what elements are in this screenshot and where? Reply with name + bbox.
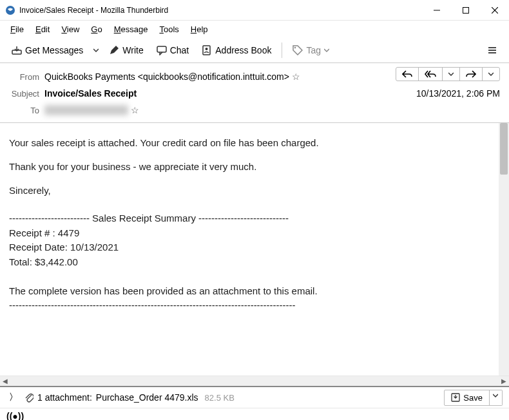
menu-go[interactable]: Go [86, 23, 107, 35]
save-icon [451, 393, 460, 402]
menu-edit[interactable]: Edit [30, 23, 55, 35]
scroll-thumb[interactable] [500, 123, 508, 175]
window-title: Invoice/Sales Receipt - Mozilla Thunderb… [19, 6, 422, 15]
to-value-redacted [44, 105, 128, 115]
paperclip-icon [24, 392, 34, 403]
menu-tools[interactable]: Tools [154, 23, 184, 35]
save-label: Save [463, 393, 483, 403]
message-date: 10/13/2021, 2:06 PM [416, 88, 500, 99]
message-body[interactable]: Your sales receipt is attached. Your cre… [0, 123, 499, 376]
forward-button[interactable] [459, 67, 483, 81]
chat-button[interactable]: Chat [151, 42, 195, 59]
tag-button[interactable]: Tag [287, 42, 334, 59]
to-label: To [9, 106, 44, 115]
svg-rect-6 [157, 46, 166, 52]
body-line-1: Your sales receipt is attached. Your cre… [9, 136, 490, 149]
receipt-number: Receipt # : 4479 [9, 226, 490, 241]
get-messages-dropdown[interactable] [91, 44, 101, 56]
title-bar: Invoice/Sales Receipt - Mozilla Thunderb… [0, 0, 509, 21]
message-header: From QuickBooks Payments <quickbooks@not… [0, 63, 509, 123]
app-menu-button[interactable] [482, 42, 503, 59]
tag-icon [293, 45, 303, 55]
summary-title: ------------------------- Sales Receipt … [9, 211, 490, 226]
message-action-buttons [396, 67, 500, 81]
write-label: Write [122, 45, 143, 55]
address-book-button[interactable]: Address Book [197, 42, 276, 59]
receipt-total: Total: $3,442.00 [9, 255, 490, 270]
svg-point-8 [206, 48, 208, 50]
attachment-bar: 〉 1 attachment: Purchase_Order 4479.xls … [0, 386, 509, 408]
message-body-wrap: Your sales receipt is attached. Your cre… [0, 123, 509, 376]
chat-label: Chat [170, 45, 189, 55]
subject-label: Subject [9, 89, 44, 99]
inbox-icon [12, 45, 22, 55]
window-controls [422, 0, 509, 21]
receipt-summary: ------------------------- Sales Receipt … [9, 211, 490, 313]
attachment-note: The complete version has been provided a… [9, 284, 490, 299]
get-messages-button[interactable]: Get Messages [6, 42, 88, 59]
expand-attachments-icon[interactable]: 〉 [6, 390, 21, 405]
hamburger-icon [487, 45, 497, 55]
star-from-icon[interactable]: ☆ [292, 72, 300, 82]
from-label: From [9, 72, 44, 82]
get-messages-label: Get Messages [25, 45, 83, 55]
pencil-icon [109, 45, 119, 55]
menu-help[interactable]: Help [186, 23, 213, 35]
attachment-filename[interactable]: Purchase_Order 4479.xls [96, 392, 198, 403]
reply-all-button[interactable] [418, 67, 443, 81]
menu-message[interactable]: Message [109, 23, 153, 35]
subject-value: Invoice/Sales Receipt [44, 88, 416, 99]
tag-label: Tag [306, 45, 321, 55]
address-book-label: Address Book [215, 45, 271, 55]
scroll-right-icon[interactable]: ▶ [499, 376, 509, 387]
attachment-count: 1 attachment: [37, 392, 92, 403]
save-dropdown[interactable] [489, 390, 503, 406]
menu-view[interactable]: View [56, 23, 84, 35]
receipt-date: Receipt Date: 10/13/2021 [9, 240, 490, 255]
svg-rect-2 [463, 7, 468, 13]
thunderbird-icon [5, 5, 15, 15]
write-button[interactable]: Write [104, 42, 148, 59]
star-to-icon[interactable]: ☆ [131, 105, 139, 115]
save-attachment-button[interactable]: Save [444, 390, 490, 406]
body-line-2: Thank you for your business - we appreci… [9, 160, 490, 173]
minimize-button[interactable] [422, 0, 451, 21]
reply-dropdown[interactable] [442, 67, 460, 81]
menu-bar: File Edit View Go Message Tools Help [0, 21, 509, 37]
maximize-button[interactable] [451, 0, 480, 21]
forward-dropdown[interactable] [482, 67, 500, 81]
dash-line: ----------------------------------------… [9, 298, 490, 313]
menu-file[interactable]: File [5, 23, 29, 35]
body-line-3: Sincerely, [9, 184, 490, 197]
from-value[interactable]: QuickBooks Payments <quickbooks@notifica… [44, 72, 289, 82]
attachment-size: 82.5 KB [205, 393, 235, 403]
close-button[interactable] [480, 0, 509, 21]
status-bar: ((●)) [0, 408, 509, 420]
chevron-down-icon [324, 48, 329, 53]
sync-icon[interactable]: ((●)) [6, 411, 24, 421]
toolbar: Get Messages Write Chat Address Book Tag [0, 37, 509, 63]
address-book-icon [202, 45, 212, 55]
svg-point-9 [294, 46, 296, 48]
vertical-scrollbar[interactable] [499, 123, 509, 376]
chat-icon [157, 45, 167, 55]
horizontal-scrollbar[interactable]: ◀ ▶ [0, 376, 509, 386]
toolbar-separator [282, 43, 282, 58]
scroll-left-icon[interactable]: ◀ [0, 376, 10, 387]
reply-button[interactable] [396, 67, 419, 81]
